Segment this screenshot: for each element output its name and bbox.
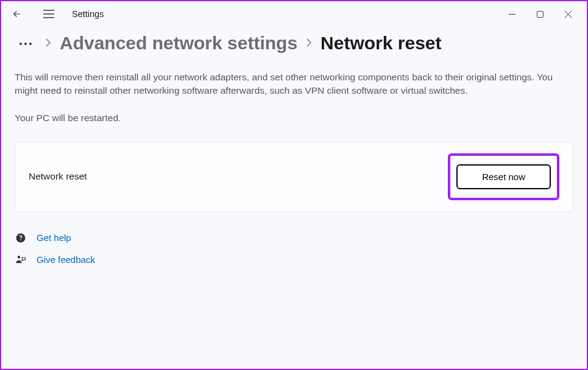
feedback-icon [15, 254, 27, 265]
svg-point-7 [19, 43, 22, 45]
reset-now-button[interactable]: Reset now [456, 164, 551, 189]
svg-point-8 [24, 43, 27, 45]
back-arrow-icon [12, 9, 23, 19]
network-reset-card: Network reset Reset now [15, 142, 573, 212]
hamburger-icon [43, 10, 54, 18]
give-feedback-row: Give feedback [15, 254, 573, 265]
back-button[interactable] [6, 3, 28, 25]
breadcrumb-parent[interactable]: Advanced network settings [60, 33, 297, 54]
window-controls [498, 4, 582, 24]
svg-point-10 [18, 256, 21, 259]
chevron-right-icon [306, 37, 312, 51]
card-label: Network reset [29, 171, 87, 182]
breadcrumb-overflow-button[interactable] [15, 35, 37, 51]
maximize-button[interactable] [526, 4, 554, 24]
titlebar-left: Settings [6, 3, 104, 25]
svg-rect-4 [537, 11, 543, 17]
help-icon [15, 232, 27, 243]
give-feedback-link[interactable]: Give feedback [37, 254, 95, 265]
svg-point-9 [29, 43, 32, 45]
get-help-row: Get help [15, 232, 573, 243]
titlebar: Settings [1, 1, 587, 27]
menu-button[interactable] [38, 3, 60, 25]
maximize-icon [537, 11, 544, 18]
get-help-link[interactable]: Get help [37, 232, 71, 243]
chevron-right-icon [45, 37, 51, 51]
close-icon [565, 11, 572, 18]
breadcrumb: Advanced network settings Network reset [15, 33, 573, 54]
page-title: Network reset [321, 33, 441, 54]
content-area: Advanced network settings Network reset … [1, 27, 587, 288]
minimize-icon [509, 11, 515, 18]
minimize-button[interactable] [498, 4, 526, 24]
ellipsis-icon [18, 41, 33, 46]
close-button[interactable] [554, 4, 582, 24]
description-text: This will remove then reinstall all your… [15, 71, 563, 98]
app-title: Settings [72, 9, 104, 19]
restart-note: Your PC will be restarted. [15, 113, 573, 124]
highlight-annotation: Reset now [448, 153, 559, 200]
